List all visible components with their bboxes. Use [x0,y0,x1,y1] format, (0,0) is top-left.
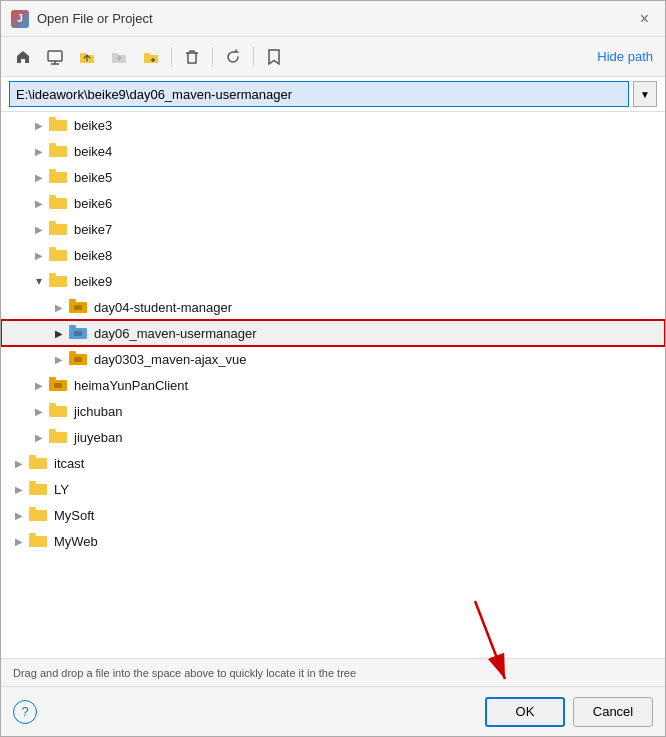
expand-arrow-icon[interactable]: ▶ [9,502,29,528]
svg-rect-23 [69,299,76,302]
folder-icon [69,299,89,315]
item-label: beike6 [74,196,112,211]
folder-icon [49,403,69,419]
expand-arrow-icon[interactable]: ▶ [29,242,49,268]
file-tree[interactable]: ▶beike3▶beike4▶beike5▶beike6▶beike7▶beik… [1,112,665,658]
expand-arrow-icon[interactable]: ▶ [29,216,49,242]
hide-path-button[interactable]: Hide path [593,47,657,66]
svg-rect-22 [49,276,67,287]
svg-rect-37 [49,429,56,432]
list-item[interactable]: ▶day04-student-manager [1,294,665,320]
delete-button[interactable] [178,43,206,71]
list-item[interactable]: ▾beike9 [1,268,665,294]
svg-rect-13 [49,169,56,172]
expand-arrow-icon[interactable]: ▶ [49,320,69,346]
folder-icon [69,351,89,367]
home-button[interactable] [9,43,37,71]
svg-rect-46 [29,536,47,547]
expand-arrow-icon[interactable]: ▶ [9,450,29,476]
svg-rect-12 [49,146,67,157]
expand-arrow-icon[interactable]: ▶ [9,528,29,554]
desktop-icon [47,49,63,65]
refresh-button[interactable] [219,43,247,71]
svg-rect-28 [74,331,82,336]
expand-arrow-icon[interactable]: ▶ [29,112,49,138]
toolbar-separator-2 [212,47,213,67]
path-input[interactable] [9,81,629,107]
folder-icon [69,325,89,341]
folder-icon [49,117,69,133]
item-label: beike8 [74,248,112,263]
bookmark-button[interactable] [260,43,288,71]
list-item[interactable]: ▶LY [1,476,665,502]
new-folder-icon [143,49,159,65]
list-item[interactable]: ▶MySoft [1,502,665,528]
list-item[interactable]: ▶jiuyeban [1,424,665,450]
svg-rect-36 [49,406,67,417]
list-item[interactable]: ▶beike4 [1,138,665,164]
folder-nav-icon [111,49,127,65]
expand-arrow-icon[interactable]: ▶ [29,424,49,450]
folder-nav-button[interactable] [105,43,133,71]
folder-icon [49,247,69,263]
expand-arrow-icon[interactable]: ▶ [49,294,69,320]
list-item[interactable]: ▶MyWeb [1,528,665,554]
expand-arrow-icon[interactable]: ▶ [29,138,49,164]
svg-rect-18 [49,224,67,235]
item-label: beike4 [74,144,112,159]
item-label: jichuban [74,404,122,419]
item-label: itcast [54,456,84,471]
item-label: MySoft [54,508,94,523]
item-label: beike5 [74,170,112,185]
help-button[interactable]: ? [13,700,37,724]
svg-rect-39 [29,455,36,458]
folder-icon [29,507,49,523]
expand-arrow-icon[interactable]: ▶ [29,398,49,424]
folder-icon [29,533,49,549]
svg-rect-14 [49,172,67,183]
list-item[interactable]: ▶heimaYunPanClient [1,372,665,398]
home-icon [15,49,31,65]
folder-icon [49,195,69,211]
svg-rect-15 [49,195,56,198]
item-label: heimaYunPanClient [74,378,188,393]
cancel-button[interactable]: Cancel [573,697,653,727]
footer: ? OK Cancel [1,686,665,736]
folder-icon [49,273,69,289]
svg-rect-17 [49,221,56,224]
folder-icon [49,169,69,185]
item-label: jiuyeban [74,430,122,445]
list-item[interactable]: ▶itcast [1,450,665,476]
list-item[interactable]: ▶day0303_maven-ajax_vue [1,346,665,372]
svg-rect-43 [29,507,36,510]
status-text: Drag and drop a file into the space abov… [13,667,356,679]
dialog: J Open File or Project × [0,0,666,737]
close-button[interactable]: × [634,8,655,30]
expand-arrow-icon[interactable]: ▶ [29,190,49,216]
list-item[interactable]: ▶jichuban [1,398,665,424]
list-item[interactable]: ▶beike8 [1,242,665,268]
ok-button[interactable]: OK [485,697,565,727]
item-label: day06_maven-usermanager [94,326,257,341]
expand-arrow-icon[interactable]: ▶ [29,164,49,190]
expand-arrow-icon[interactable]: ▶ [49,346,69,372]
refresh-icon [225,49,241,65]
svg-rect-32 [49,377,56,380]
new-folder-button[interactable] [137,43,165,71]
chevron-down-icon: ▼ [640,89,650,100]
desktop-button[interactable] [41,43,69,71]
list-item[interactable]: ▶beike3 [1,112,665,138]
list-item[interactable]: ▶day06_maven-usermanager [1,320,665,346]
list-item[interactable]: ▶beike6 [1,190,665,216]
svg-rect-10 [49,120,67,131]
expand-arrow-icon[interactable]: ▶ [9,476,29,502]
svg-rect-9 [49,117,56,120]
folder-up-button[interactable] [73,43,101,71]
expand-arrow-icon[interactable]: ▾ [29,268,49,294]
list-item[interactable]: ▶beike7 [1,216,665,242]
expand-arrow-icon[interactable]: ▶ [29,372,49,398]
svg-rect-29 [69,351,76,354]
svg-rect-19 [49,247,56,250]
path-dropdown-button[interactable]: ▼ [633,81,657,107]
list-item[interactable]: ▶beike5 [1,164,665,190]
